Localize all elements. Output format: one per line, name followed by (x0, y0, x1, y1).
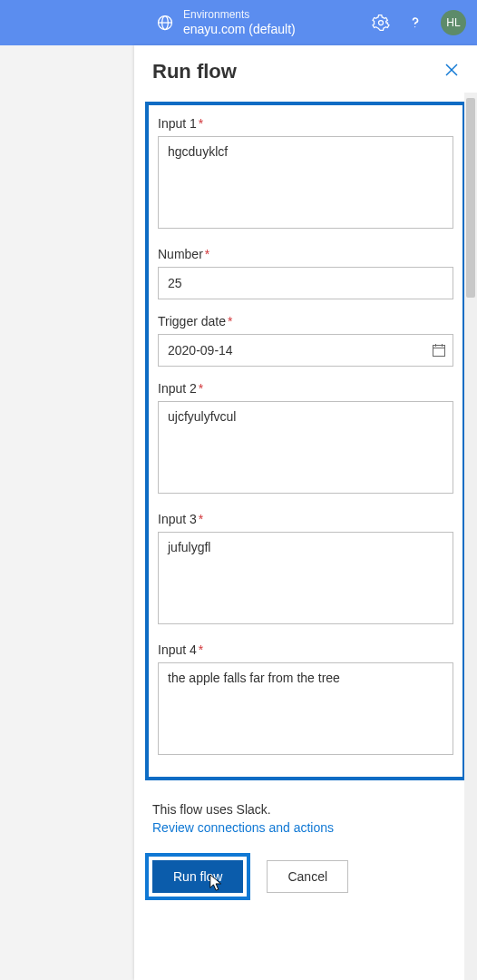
input1-field[interactable] (158, 136, 453, 229)
svg-point-3 (379, 21, 384, 25)
input4-label: Input 4* (158, 642, 453, 657)
avatar-initials: HL (446, 16, 460, 29)
help-icon[interactable] (406, 14, 424, 32)
environment-name: enayu.com (default) (183, 22, 296, 36)
environment-picker[interactable]: Environments enayu.com (default) (156, 9, 296, 36)
trigger-date-field[interactable] (158, 334, 453, 367)
run-button-highlight: Run flow (145, 853, 250, 900)
svg-rect-7 (433, 346, 445, 357)
environment-label: Environments (183, 9, 296, 22)
run-flow-panel: Run flow ▴ Input 1* Number* (134, 45, 477, 980)
input4-field[interactable] (158, 662, 453, 755)
number-label: Number* (158, 247, 453, 261)
review-connections-link[interactable]: Review connections and actions (134, 820, 477, 853)
panel-title: Run flow (152, 60, 237, 83)
number-field[interactable] (158, 267, 453, 299)
input2-field[interactable] (158, 401, 453, 494)
input3-label: Input 3* (158, 512, 453, 526)
panel-scroll-area[interactable]: ▴ Input 1* Number* Trigger date* (134, 93, 477, 980)
inputs-form: Input 1* Number* Trigger date* (145, 102, 466, 780)
trigger-date-label: Trigger date* (158, 314, 453, 328)
scrollbar-thumb[interactable] (466, 98, 475, 298)
close-icon[interactable] (444, 63, 459, 82)
globe-icon (156, 14, 174, 32)
app-header: Environments enayu.com (default) HL (0, 0, 477, 45)
scrollbar[interactable]: ▴ (464, 93, 477, 980)
run-flow-button[interactable]: Run flow (152, 860, 243, 893)
input2-label: Input 2* (158, 381, 453, 396)
input1-label: Input 1* (158, 116, 453, 131)
gear-icon[interactable] (372, 14, 390, 32)
cancel-button[interactable]: Cancel (267, 860, 348, 893)
calendar-icon[interactable] (432, 343, 446, 358)
uses-text: This flow uses Slack. (134, 797, 477, 820)
input3-field[interactable] (158, 532, 453, 624)
svg-point-4 (414, 26, 415, 27)
avatar[interactable]: HL (441, 10, 466, 35)
